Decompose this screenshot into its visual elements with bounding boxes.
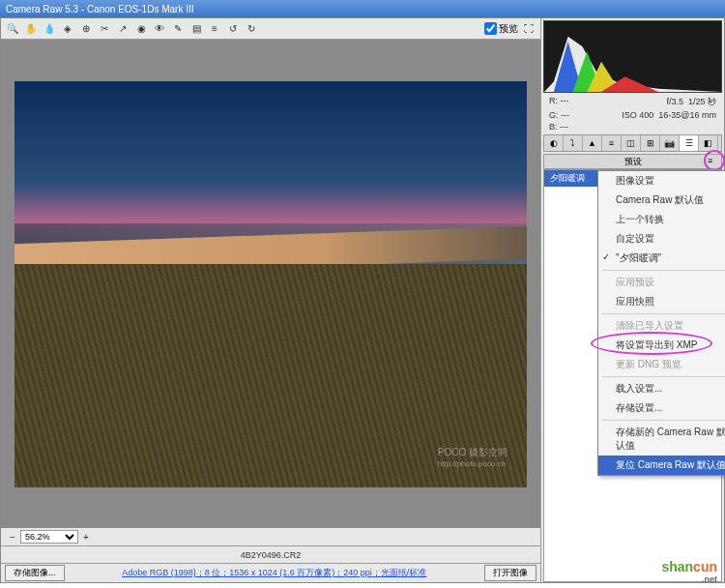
workflow-link[interactable]: Adobe RGB (1998)；8 位；1536 x 1024 (1.6 百万…	[122, 567, 426, 579]
tab-lens[interactable]: ⊞	[641, 135, 660, 151]
adjustment-brush-icon[interactable]: ✎	[170, 21, 186, 37]
histogram[interactable]	[543, 20, 722, 93]
tab-split[interactable]: ◫	[622, 135, 641, 151]
rotate-ccw-icon[interactable]: ↺	[225, 21, 241, 37]
prefs-icon[interactable]: ≡	[207, 21, 222, 37]
menu-item[interactable]: Camera Raw 默认值	[598, 191, 725, 210]
image-preview[interactable]: POCO 摄影空间 http://photo.poco.cn	[14, 81, 527, 487]
zoom-bar: − 56.2% +	[1, 528, 540, 545]
tab-hsl[interactable]: ≡	[602, 135, 622, 151]
menu-item[interactable]: 将设置导出到 XMP	[598, 336, 725, 355]
image-area: POCO 摄影空间 http://photo.poco.cn	[1, 40, 540, 528]
crop-tool-icon[interactable]: ✂	[97, 21, 112, 37]
menu-item: 更新 DNG 预览	[598, 355, 725, 374]
zoom-in-icon[interactable]: +	[78, 529, 94, 544]
menu-item[interactable]: 自定设置	[598, 229, 725, 249]
preview-checkbox[interactable]: 预览	[484, 22, 518, 36]
save-image-button[interactable]: 存储图像...	[5, 565, 65, 581]
menu-item[interactable]: 上一个转换	[598, 210, 725, 229]
left-panel: 🔍 ✋ 💧 ◈ ⊕ ✂ ↗ ◉ 👁 ✎ ▤ ≡ ↺ ↻ 预览 ⛶	[1, 18, 540, 582]
menu-separator	[602, 376, 725, 377]
preset-list[interactable]: 夕阳暖调 图像设置Camera Raw 默认值上一个转换自定设置"夕阳暖调"应用…	[543, 169, 722, 582]
filename: 4B2Y0496.CR2	[241, 550, 302, 560]
menu-item[interactable]: "夕阳暖调"	[598, 249, 725, 268]
flyout-menu-icon[interactable]: ≡	[708, 156, 719, 167]
bottom-bar: 存储图像... Adobe RGB (1998)；8 位；1536 x 1024…	[1, 563, 540, 582]
filename-bar: 4B2Y0496.CR2	[1, 545, 540, 563]
menu-item[interactable]: 存储新的 Camera Raw 默认值	[598, 423, 725, 456]
tab-snapshots[interactable]: ◧	[699, 135, 718, 151]
target-adjust-icon[interactable]: ⊕	[78, 21, 94, 37]
info-row-3: B: ---	[541, 121, 724, 132]
menu-item[interactable]: 应用快照	[598, 292, 725, 311]
tab-camera[interactable]: 📷	[660, 135, 680, 151]
zoom-out-icon[interactable]: −	[5, 529, 20, 544]
menu-item[interactable]: 载入设置...	[598, 379, 725, 398]
eyedropper-icon[interactable]: 💧	[42, 21, 57, 37]
site-logo: shancun .net	[661, 559, 717, 584]
color-sampler-icon[interactable]: ◈	[60, 21, 75, 37]
menu-item[interactable]: 图像设置	[598, 171, 725, 191]
rotate-cw-icon[interactable]: ↻	[244, 21, 259, 37]
menu-item: 清除已导入设置	[598, 316, 725, 336]
tab-curve[interactable]: ⤵	[564, 135, 583, 151]
redeye-icon[interactable]: 👁	[152, 21, 167, 37]
preview-check-input[interactable]	[484, 22, 497, 35]
menu-separator	[602, 270, 725, 271]
menu-separator	[602, 420, 725, 421]
menu-item[interactable]: 复位 Camera Raw 默认值	[598, 456, 725, 475]
watermark: POCO 摄影空间 http://photo.poco.cn	[438, 446, 508, 468]
window-titlebar: Camera Raw 5.3 - Canon EOS-1Ds Mark III	[0, 0, 725, 17]
info-row-1: R: --- f/3.5 1/25 秒	[541, 95, 724, 109]
preset-header: 预设 ≡	[543, 154, 722, 169]
panel-tabs: ◐ ⤵ ▲ ≡ ◫ ⊞ 📷 ☰ ◧	[543, 134, 722, 152]
menu-item[interactable]: 存储设置...	[598, 398, 725, 418]
context-menu: 图像设置Camera Raw 默认值上一个转换自定设置"夕阳暖调"应用预设应用快…	[597, 170, 725, 476]
window-title: Camera Raw 5.3 - Canon EOS-1Ds Mark III	[6, 4, 194, 15]
fullscreen-icon[interactable]: ⛶	[521, 21, 536, 37]
hand-tool-icon[interactable]: ✋	[23, 21, 39, 37]
info-row-2: G: --- ISO 400 16-35@16 mm	[541, 109, 724, 121]
right-panel: R: --- f/3.5 1/25 秒 G: --- ISO 400 16-35…	[540, 18, 724, 582]
tab-basic[interactable]: ◐	[544, 135, 564, 151]
straighten-icon[interactable]: ↗	[115, 21, 130, 37]
tab-presets[interactable]: ☰	[680, 135, 699, 151]
spot-removal-icon[interactable]: ◉	[133, 21, 149, 37]
zoom-select[interactable]: 56.2%	[20, 530, 78, 544]
toolbar: 🔍 ✋ 💧 ◈ ⊕ ✂ ↗ ◉ 👁 ✎ ▤ ≡ ↺ ↻ 预览 ⛶	[1, 18, 540, 40]
graduated-filter-icon[interactable]: ▤	[188, 21, 204, 37]
menu-item: 应用预设	[598, 273, 725, 292]
menu-separator	[602, 313, 725, 314]
tab-detail[interactable]: ▲	[583, 135, 602, 151]
main-container: 🔍 ✋ 💧 ◈ ⊕ ✂ ↗ ◉ 👁 ✎ ▤ ≡ ↺ ↻ 预览 ⛶	[0, 17, 725, 583]
zoom-tool-icon[interactable]: 🔍	[5, 21, 20, 37]
open-image-button[interactable]: 打开图像	[484, 565, 536, 581]
